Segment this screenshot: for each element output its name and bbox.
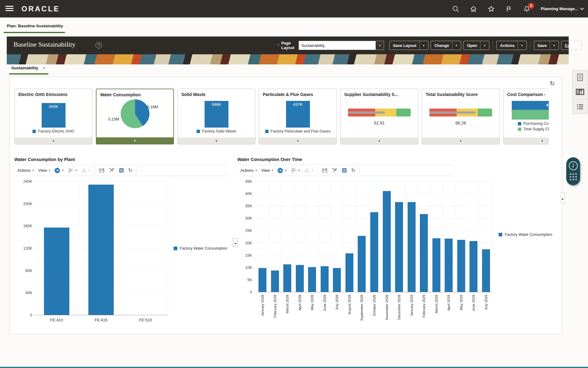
go-to-menu[interactable]	[55, 168, 64, 173]
dropdown-arrow-icon	[75, 169, 77, 172]
save-button[interactable]: Save	[534, 41, 559, 50]
format-menu[interactable]	[68, 168, 77, 173]
save-table-icon[interactable]	[99, 167, 105, 173]
favorites-star-icon[interactable]	[488, 5, 495, 13]
help-icon[interactable]	[96, 42, 102, 48]
tile-expand-button[interactable]	[259, 138, 337, 144]
chart-title-water-over-time: Water Consumption Over Time	[237, 157, 302, 162]
y-tick-label: 40K	[25, 291, 32, 295]
actions-menu[interactable]: Actions	[240, 168, 257, 173]
refresh-chart-icon[interactable]	[351, 167, 356, 174]
x-axis-labels: January 2028February 2028March 2028April…	[256, 292, 492, 331]
divider	[530, 41, 530, 50]
go-arrow-icon	[55, 168, 60, 173]
rail-dashboard-view-button-selected[interactable]	[572, 85, 588, 99]
bar-May 2029	[457, 240, 465, 292]
rail-document-view-button[interactable]	[572, 70, 588, 85]
tile-expand-button[interactable]	[341, 138, 418, 144]
tile-expand-button[interactable]	[96, 137, 173, 144]
graph-menu-disabled	[304, 168, 313, 173]
view-data-table-icon[interactable]	[341, 167, 347, 173]
document-icon	[575, 72, 585, 82]
actions-button[interactable]: Actions	[496, 41, 527, 50]
tile-total-sustainability-score[interactable]: Total Sustainability Score 66.26	[422, 89, 500, 144]
actions-menu[interactable]: Actions	[17, 168, 34, 173]
bar-October 2028	[370, 212, 378, 292]
x-tick-label: March 2029	[435, 295, 438, 313]
y-tick-label: 120K	[23, 246, 32, 251]
tile-cost-comparison[interactable]: Cost Comparison - 423 Purchasing Cos Tot…	[503, 89, 549, 144]
bar-May 2028	[308, 267, 316, 292]
open-button[interactable]: Open	[463, 41, 489, 50]
dropdown-arrow-icon	[62, 169, 64, 172]
view-data-table-icon[interactable]	[119, 167, 124, 173]
tile-electric-ghg-emissions[interactable]: Electric GHG Emissions 300K Factory Elec…	[14, 89, 92, 144]
bar-February 2028	[271, 270, 279, 292]
format-menu[interactable]	[291, 168, 300, 173]
y-axis-labels: 040K80K120K160K200K240K	[14, 182, 32, 315]
tile-expand-button[interactable]	[503, 138, 549, 144]
tile-expand-button[interactable]	[422, 138, 499, 144]
cost-bar-supply-chain	[512, 110, 549, 120]
pie-chart	[121, 99, 149, 128]
x-tick-label: FE:510	[139, 318, 152, 322]
dropdown-arrow-icon	[215, 140, 218, 143]
change-button[interactable]: Change	[431, 41, 461, 50]
page-layout-select[interactable]: Sustainability	[299, 41, 376, 50]
save-layout-button[interactable]: Save Layout	[389, 41, 429, 50]
tile-water-consumption[interactable]: Water Consumption 0.16M 0.23M	[96, 89, 174, 144]
bar-August 2028	[345, 253, 353, 292]
tools-icon[interactable]	[109, 167, 115, 173]
tab-plan-baseline-sustainability[interactable]: Plan: Baseline Sustainability	[7, 24, 63, 28]
navigation-menu-icon[interactable]	[6, 6, 13, 12]
cancel-button[interactable]: Cancel	[561, 41, 582, 50]
page-layout-select-arrow[interactable]	[375, 41, 384, 50]
legend-swatch	[499, 233, 502, 236]
grid-dots-icon[interactable]	[570, 173, 577, 180]
tab-sustainability[interactable]: Sustainability	[11, 66, 38, 70]
dropdown-arrow-icon	[423, 44, 425, 47]
window-bottom-edge	[0, 367, 588, 368]
tile-particulate-flue-gases[interactable]: Particulate & Flue Gases 437K Factory Pa…	[259, 89, 337, 144]
user-menu[interactable]: Planning Manage...	[541, 6, 583, 11]
tile-expand-button[interactable]	[178, 138, 255, 144]
save-table-icon[interactable]	[322, 167, 328, 173]
x-tick-label: December 2028	[397, 295, 401, 320]
legend-swatch	[32, 130, 36, 133]
panel-expander[interactable]	[561, 193, 565, 203]
active-tab-indicator	[4, 32, 65, 33]
y-tick-label: 80K	[25, 269, 32, 273]
info-icon[interactable]	[569, 161, 578, 170]
refresh-chart-icon[interactable]	[128, 167, 133, 174]
search-icon[interactable]	[452, 5, 459, 13]
tile-solid-waste[interactable]: Solid Waste 346K Factory Solid Waste	[177, 89, 255, 144]
application-window: ORACLE 3 Planning Manage...	[0, 0, 588, 368]
close-tab-icon[interactable]	[43, 66, 45, 71]
home-icon[interactable]	[470, 5, 477, 13]
tile-expand-button[interactable]	[15, 138, 92, 144]
go-to-menu[interactable]	[277, 168, 287, 173]
global-header: ORACLE 3 Planning Manage...	[0, 0, 588, 17]
legend-swatch	[197, 130, 200, 133]
x-tick-label: August 2028	[348, 295, 351, 315]
dropdown-arrow-icon	[48, 169, 51, 172]
bar-March 2028	[283, 264, 291, 292]
user-menu-label: Planning Manage...	[541, 6, 578, 11]
gauge-needle	[429, 112, 476, 114]
refresh-tiles-icon[interactable]	[550, 80, 556, 86]
rail-list-view-button[interactable]	[572, 99, 588, 114]
notifications-bell-icon[interactable]: 3	[523, 5, 530, 13]
view-menu[interactable]: View	[38, 168, 51, 173]
tools-icon[interactable]	[332, 167, 337, 173]
x-tick-label: November 2028	[385, 295, 389, 320]
y-tick-label: 15K	[245, 253, 252, 258]
view-menu[interactable]: View	[261, 168, 273, 173]
x-tick-label: FE:410	[50, 318, 63, 322]
y-tick-label: 5K	[247, 278, 252, 282]
tile-supplier-sustainability-score[interactable]: Supplier Sustainability S... 52.91	[340, 89, 418, 144]
flag-watchlist-icon[interactable]	[505, 5, 513, 13]
bar-November 2028	[383, 191, 391, 292]
plot-area	[256, 182, 492, 292]
bar-April 2028	[296, 265, 304, 292]
tile-legend: Factory Particulate and Flue Gases	[259, 128, 337, 135]
